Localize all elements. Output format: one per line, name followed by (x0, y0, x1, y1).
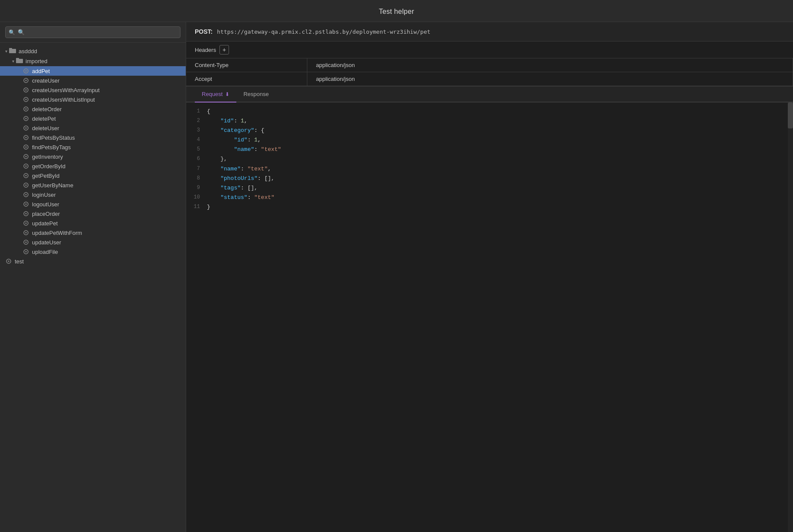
tree-item-label: getPetById (32, 173, 60, 179)
api-icon (23, 144, 29, 151)
tree-item-logoutUser[interactable]: logoutUser (0, 199, 186, 209)
tree-item-getInventory[interactable]: getInventory (0, 152, 186, 161)
chevron-icon: ▾ (5, 49, 7, 54)
tree-item-asdddd[interactable]: ▾asdddd (0, 46, 186, 56)
line-number: 9 (186, 183, 207, 192)
tree-item-label: placeOrder (32, 211, 60, 217)
tree-item-updateUser[interactable]: updateUser (0, 237, 186, 247)
title-bar: Test helper (0, 0, 793, 22)
tree-area: ▾asdddd▾importedaddPetcreateUsercreateUs… (0, 43, 186, 532)
tree-item-label: logoutUser (32, 201, 59, 208)
api-icon (23, 87, 29, 93)
tree-item-updatePet[interactable]: updatePet (0, 218, 186, 228)
tree-item-label: deletePet (32, 115, 56, 122)
tree-item-findPetsByTags[interactable]: findPetsByTags (0, 142, 186, 152)
api-icon (23, 106, 29, 112)
line-content: "name": "text", (207, 164, 793, 174)
api-icon (23, 96, 29, 103)
tree-item-label: getInventory (32, 154, 63, 160)
api-icon (5, 258, 12, 265)
download-icon[interactable]: ⬇ (225, 91, 229, 97)
code-line: 1{ (186, 107, 793, 116)
api-icon (23, 210, 29, 217)
code-line: 4 "id": 1, (186, 135, 793, 145)
line-content: }, (207, 154, 793, 164)
line-content: { (207, 107, 793, 116)
header-row: Content-Typeapplication/json (186, 58, 793, 72)
code-line: 3 "category": { (186, 126, 793, 135)
code-line: 6 }, (186, 154, 793, 164)
sidebar: 🔍 ▾asdddd▾importedaddPetcreateUsercreate… (0, 22, 186, 532)
tree-item-label: test (15, 258, 24, 265)
tree-item-findPetsByStatus[interactable]: findPetsByStatus (0, 133, 186, 142)
line-number: 2 (186, 116, 207, 125)
api-icon (23, 163, 29, 170)
code-editor[interactable]: 1{2 "id": 1,3 "category": {4 "id": 1,5 "… (186, 103, 793, 532)
line-number: 4 (186, 135, 207, 144)
api-icon (23, 125, 29, 131)
tree-item-getPetById[interactable]: getPetById (0, 171, 186, 180)
api-icon (23, 248, 29, 255)
code-line: 8 "photoUrls": [], (186, 174, 793, 183)
line-number: 10 (186, 193, 207, 202)
tree-item-loginUser[interactable]: loginUser (0, 190, 186, 199)
tree-item-uploadFile[interactable]: uploadFile (0, 247, 186, 256)
api-icon (23, 191, 29, 198)
search-input[interactable] (5, 26, 181, 38)
request-url: https://gateway-qa.prmix.cl2.pstlabs.by/… (217, 29, 430, 35)
tab-label: Response (243, 91, 269, 97)
scrollbar[interactable] (788, 103, 793, 532)
line-content: "status": "text" (207, 193, 793, 202)
tree-item-label: findPetsByStatus (32, 135, 75, 141)
api-icon (23, 172, 29, 179)
tree-item-label: getOrderById (32, 163, 65, 170)
line-number: 6 (186, 154, 207, 163)
scrollbar-thumb[interactable] (788, 103, 793, 128)
tab-response[interactable]: Response (236, 87, 276, 103)
tree-item-placeOrder[interactable]: placeOrder (0, 209, 186, 218)
header-value: application/json (307, 72, 793, 86)
tab-label: Request (202, 91, 222, 97)
tree-item-imported[interactable]: ▾imported (0, 56, 186, 66)
tree-item-deleteUser[interactable]: deleteUser (0, 123, 186, 133)
tree-item-label: deleteUser (32, 125, 59, 131)
line-number: 1 (186, 107, 207, 115)
tree-item-createUsersWithListInput[interactable]: createUsersWithListInput (0, 95, 186, 104)
line-content: "id": 1, (207, 116, 793, 126)
line-content: "id": 1, (207, 135, 793, 145)
tree-item-label: createUsersWithListInput (32, 96, 95, 103)
search-icon: 🔍 (9, 29, 15, 35)
line-number: 8 (186, 174, 207, 183)
line-content: "tags": [], (207, 183, 793, 193)
code-line: 5 "name": "text" (186, 145, 793, 154)
headers-container: Content-Typeapplication/jsonAcceptapplic… (186, 58, 793, 86)
tree-item-getOrderById[interactable]: getOrderById (0, 161, 186, 171)
tree-item-addPet[interactable]: addPet (0, 66, 186, 76)
tree-item-createUser[interactable]: createUser (0, 76, 186, 85)
tab-request[interactable]: Request⬇ (195, 87, 236, 103)
app-title: Test helper (379, 8, 414, 15)
code-line: 11} (186, 202, 793, 212)
svg-rect-1 (9, 48, 12, 50)
svg-rect-3 (16, 58, 19, 60)
header-key: Accept (186, 72, 307, 86)
tree-item-test[interactable]: test (0, 256, 186, 266)
request-method: POST: (195, 28, 213, 35)
line-number: 7 (186, 164, 207, 173)
tree-item-deletePet[interactable]: deletePet (0, 114, 186, 123)
code-line: 7 "name": "text", (186, 164, 793, 174)
line-content: "photoUrls": [], (207, 174, 793, 183)
tree-item-updatePetWithForm[interactable]: updatePetWithForm (0, 228, 186, 237)
tree-item-label: addPet (32, 68, 50, 74)
header-value: application/json (307, 58, 793, 72)
folder-icon (16, 58, 23, 65)
tree-item-deleteOrder[interactable]: deleteOrder (0, 104, 186, 114)
tabs-row: Request⬇Response (186, 87, 793, 103)
add-header-button[interactable]: + (219, 45, 229, 54)
headers-section: Headers + Content-Typeapplication/jsonAc… (186, 42, 793, 87)
line-number: 3 (186, 126, 207, 135)
api-icon (23, 201, 29, 208)
tree-item-label: imported (26, 58, 48, 64)
tree-item-createUsersWithArrayInput[interactable]: createUsersWithArrayInput (0, 85, 186, 95)
tree-item-getUserByName[interactable]: getUserByName (0, 180, 186, 190)
